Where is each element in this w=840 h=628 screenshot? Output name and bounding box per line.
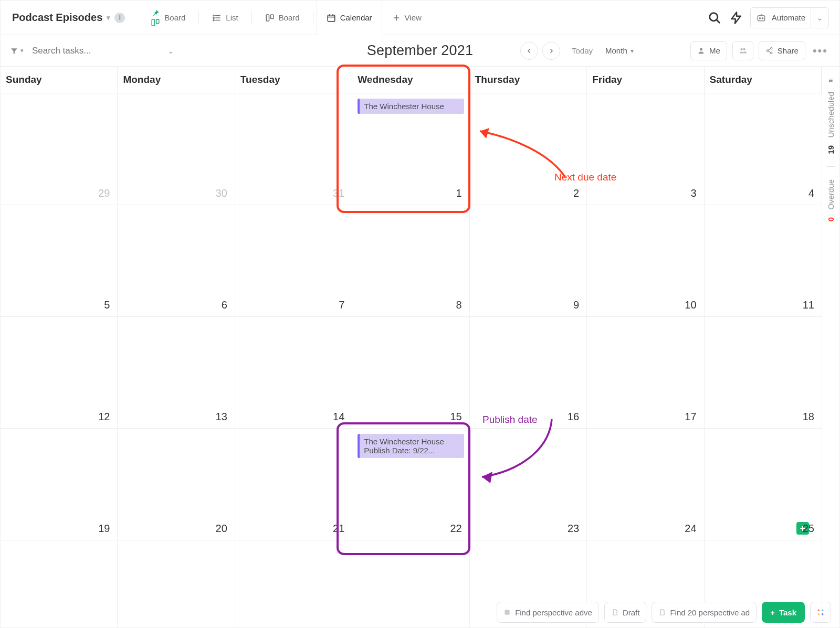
calendar-cell[interactable]: 10 — [587, 205, 704, 317]
today-button[interactable]: Today — [572, 46, 593, 55]
calendar-cell[interactable]: 13 — [118, 317, 235, 429]
date-number: 4 — [808, 187, 814, 199]
calendar-cell[interactable]: 31 — [235, 93, 352, 205]
overdue-count: 0 — [826, 217, 835, 221]
date-number: 17 — [685, 411, 696, 423]
calendar-cell[interactable]: 17 — [587, 317, 704, 429]
tab-board[interactable]: Board — [255, 1, 310, 35]
tab-view[interactable]: View — [382, 1, 432, 35]
filter-button[interactable]: ▾ — [10, 47, 24, 55]
date-number: 24 — [685, 523, 696, 535]
people-filter-button[interactable] — [732, 41, 753, 60]
tab-calendar[interactable]: Calendar — [317, 1, 382, 35]
side-gutter[interactable]: ≡ Unscheduled 19 Overdue 0 — [822, 67, 839, 628]
tab-board[interactable]: Board — [141, 1, 195, 35]
calendar-cell[interactable]: 14 — [235, 317, 352, 429]
calendar-cell[interactable]: 23 — [470, 429, 587, 540]
calendar-cell[interactable]: 21 — [235, 429, 352, 540]
calendar-icon — [327, 13, 336, 23]
tab-list[interactable]: List — [202, 1, 248, 35]
calendar-cell[interactable]: 9 — [470, 205, 587, 317]
calendar-cell[interactable]: 6 — [118, 205, 235, 317]
calendar-event[interactable]: The Winchester HousePublish Date: 9/22..… — [358, 434, 464, 458]
dow-header: Thursday — [470, 67, 587, 93]
svg-rect-0 — [152, 19, 155, 26]
calendar-cell[interactable]: 3 — [587, 93, 704, 205]
calendar-cell[interactable]: 24 — [587, 429, 704, 540]
next-month-button[interactable] — [542, 42, 560, 60]
calendar-cell[interactable]: 7 — [235, 205, 352, 317]
list-icon — [212, 13, 222, 23]
date-number: 12 — [98, 411, 110, 423]
calendar-cell[interactable]: 2 — [470, 93, 587, 205]
svg-point-24 — [740, 48, 742, 50]
svg-point-36 — [818, 613, 820, 615]
svg-rect-8 — [266, 15, 269, 21]
apps-button[interactable] — [810, 602, 831, 623]
calendar-cell[interactable]: 20 — [118, 429, 235, 540]
svg-point-23 — [700, 48, 702, 51]
chevron-down-icon[interactable]: ⌄ — [167, 46, 174, 56]
date-number: 22 — [450, 523, 461, 535]
search-input[interactable] — [31, 45, 146, 57]
bolt-icon[interactable] — [729, 11, 743, 25]
svg-point-37 — [822, 613, 823, 615]
calendar-cell[interactable]: 12 — [1, 317, 118, 429]
date-number: 23 — [568, 523, 579, 535]
task-status-icon — [611, 608, 618, 616]
dow-header: Sunday — [1, 67, 118, 93]
calendar-cell[interactable]: 19 — [1, 429, 118, 540]
calendar-cell[interactable]: 29 — [1, 93, 118, 205]
date-number: 25 — [803, 523, 814, 535]
svg-point-20 — [759, 17, 760, 18]
more-menu-button[interactable]: ••• — [811, 44, 830, 58]
event-title: The Winchester House — [364, 102, 444, 111]
calendar-cell[interactable]: 4 — [705, 93, 822, 205]
drag-handle-icon[interactable]: ≡ — [828, 76, 833, 84]
new-task-button[interactable]: +Task — [762, 602, 805, 623]
date-number: 30 — [216, 187, 227, 199]
tray-task-chip[interactable]: Find perspective adve — [497, 602, 599, 623]
space-name[interactable]: Podcast Episodes ▾ i — [7, 12, 130, 24]
plus-icon — [392, 14, 401, 22]
info-icon[interactable]: i — [114, 13, 125, 23]
svg-line-29 — [768, 49, 771, 50]
svg-point-34 — [818, 610, 820, 611]
svg-marker-18 — [731, 12, 740, 24]
date-number: 7 — [339, 299, 344, 311]
search-icon[interactable] — [707, 10, 722, 25]
svg-rect-1 — [156, 19, 159, 24]
chevron-down-icon: ⌄ — [816, 13, 823, 23]
period-selector[interactable]: Month ▾ — [605, 46, 634, 55]
svg-point-25 — [743, 48, 745, 50]
calendar-cell[interactable]: 15 — [352, 317, 469, 429]
date-number: 9 — [573, 299, 579, 311]
tray-task-chip[interactable]: Find 20 perspective ad — [652, 602, 757, 623]
svg-rect-19 — [758, 15, 764, 20]
automate-label: Automate — [772, 13, 805, 22]
me-filter-button[interactable]: Me — [690, 41, 727, 60]
calendar-cell[interactable]: 5 — [1, 205, 118, 317]
calendar-cell[interactable]: 18 — [705, 317, 822, 429]
calendar-cell[interactable]: The Winchester House1 — [352, 93, 469, 205]
calendar-cell[interactable]: The Winchester HousePublish Date: 9/22..… — [352, 429, 469, 540]
calendar-cell[interactable]: +25 — [705, 429, 822, 540]
date-number: 29 — [98, 187, 110, 199]
calendar-event[interactable]: The Winchester House — [358, 99, 464, 114]
svg-point-7 — [213, 19, 214, 20]
svg-rect-33 — [505, 610, 509, 614]
unscheduled-label: Unscheduled — [826, 92, 835, 138]
dow-header: Tuesday — [235, 67, 352, 93]
automate-button[interactable]: Automate ⌄ — [750, 7, 829, 28]
calendar-cell[interactable]: 16 — [470, 317, 587, 429]
svg-point-5 — [213, 15, 214, 16]
date-number: 20 — [216, 523, 227, 535]
calendar-cell[interactable]: 30 — [118, 93, 235, 205]
board-icon — [265, 13, 275, 23]
calendar-cell[interactable]: 8 — [352, 205, 469, 317]
prev-month-button[interactable] — [520, 42, 538, 60]
tray-task-chip[interactable]: Draft — [604, 602, 647, 623]
calendar-cell[interactable]: 11 — [705, 205, 822, 317]
date-number: 14 — [333, 411, 344, 423]
share-button[interactable]: Share — [759, 41, 805, 60]
